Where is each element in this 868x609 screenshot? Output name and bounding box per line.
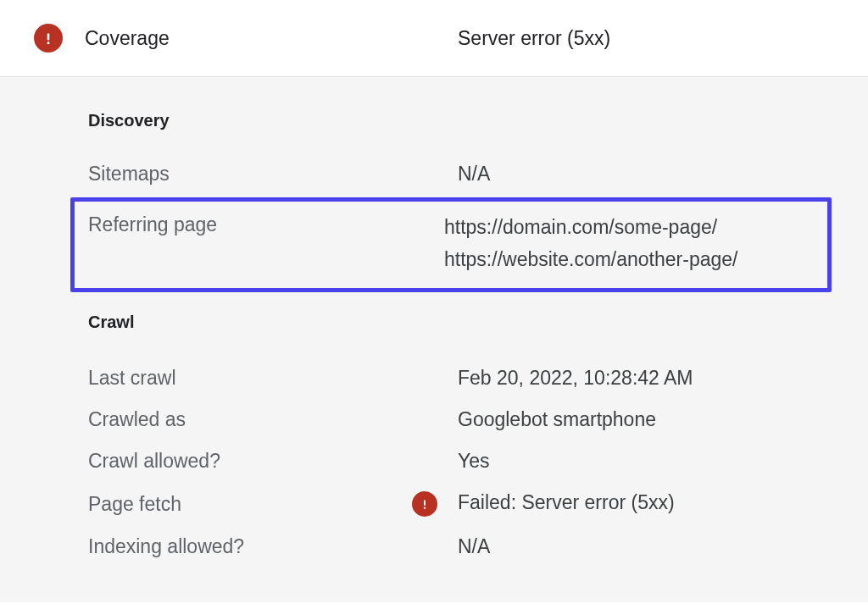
indexing-allowed-value: N/A: [458, 535, 490, 558]
last-crawl-value: Feb 20, 2022, 10:28:42 AM: [458, 367, 693, 390]
referring-page-highlight: Referring page https://domain.com/some-p…: [70, 197, 832, 292]
referring-page-values: https://domain.com/some-page/ https://we…: [444, 213, 737, 273]
referring-page-value: https://website.com/another-page/: [444, 246, 737, 273]
coverage-label: Coverage: [85, 27, 458, 50]
crawled-as-value: Googlebot smartphone: [458, 408, 656, 431]
page-fetch-label: Page fetch: [88, 493, 412, 516]
row-crawl-allowed: Crawl allowed? Yes: [88, 440, 814, 482]
error-icon: [412, 491, 437, 517]
row-page-fetch: Page fetch Failed: Server error (5xx): [88, 482, 814, 526]
svg-point-3: [424, 507, 426, 509]
sitemaps-value: N/A: [458, 163, 490, 185]
crawl-allowed-label: Crawl allowed?: [88, 450, 458, 473]
coverage-header: Coverage Server error (5xx): [0, 0, 868, 77]
referring-page-value: https://domain.com/some-page/: [444, 213, 737, 241]
referring-page-label: Referring page: [88, 213, 444, 236]
svg-rect-0: [47, 33, 50, 40]
details-panel: Discovery Sitemaps N/A Referring page ht…: [0, 77, 868, 602]
crawl-allowed-value: Yes: [458, 450, 490, 473]
coverage-value: Server error (5xx): [458, 27, 610, 50]
last-crawl-label: Last crawl: [88, 367, 458, 390]
row-crawled-as: Crawled as Googlebot smartphone: [88, 399, 814, 440]
page-fetch-value: Failed: Server error (5xx): [458, 491, 675, 514]
row-referring-page: Referring page https://domain.com/some-p…: [88, 213, 814, 273]
row-sitemaps: Sitemaps N/A: [88, 156, 814, 192]
svg-point-1: [47, 42, 50, 44]
row-last-crawl: Last crawl Feb 20, 2022, 10:28:42 AM: [88, 357, 814, 399]
section-title-crawl: Crawl: [88, 313, 814, 332]
error-icon: [34, 24, 63, 53]
row-indexing-allowed: Indexing allowed? N/A: [88, 526, 814, 567]
section-title-discovery: Discovery: [88, 111, 814, 130]
svg-rect-2: [424, 501, 426, 507]
sitemaps-label: Sitemaps: [88, 163, 458, 185]
indexing-allowed-label: Indexing allowed?: [88, 535, 458, 558]
crawled-as-label: Crawled as: [88, 408, 458, 431]
